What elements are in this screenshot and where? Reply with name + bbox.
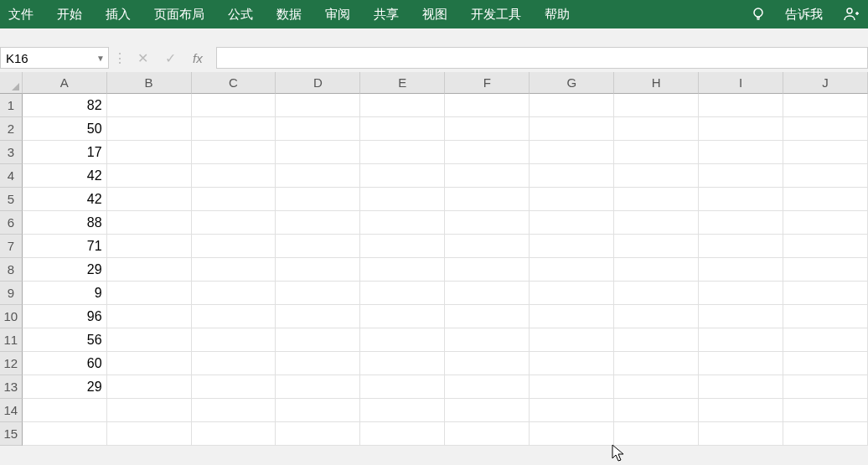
ribbon-tab-home[interactable]: 开始 xyxy=(57,7,82,23)
cell-I5[interactable] xyxy=(699,188,783,211)
enter-icon[interactable]: ✓ xyxy=(165,50,176,66)
cell-D1[interactable] xyxy=(276,94,360,117)
ribbon-tab-formulas[interactable]: 公式 xyxy=(228,7,253,23)
cell-A1[interactable]: 82 xyxy=(23,94,107,117)
cell-H15[interactable] xyxy=(614,422,699,446)
col-head-G[interactable]: G xyxy=(530,72,614,94)
cell-C7[interactable] xyxy=(192,235,276,258)
ribbon-tab-review[interactable]: 审阅 xyxy=(325,7,350,23)
cell-J7[interactable] xyxy=(783,235,868,258)
cell-F10[interactable] xyxy=(445,305,530,328)
cell-G7[interactable] xyxy=(530,235,614,258)
cell-E11[interactable] xyxy=(360,328,445,352)
cell-H10[interactable] xyxy=(614,305,699,328)
ribbon-tab-view[interactable]: 视图 xyxy=(422,7,447,23)
cell-E3[interactable] xyxy=(360,141,445,164)
row-head-6[interactable]: 6 xyxy=(0,211,23,235)
ribbon-tab-pagelayout[interactable]: 页面布局 xyxy=(154,7,204,23)
cell-G3[interactable] xyxy=(530,141,614,164)
cell-B4[interactable] xyxy=(107,164,192,188)
row-head-11[interactable]: 11 xyxy=(0,328,23,352)
cell-B13[interactable] xyxy=(107,375,192,399)
cell-B6[interactable] xyxy=(107,211,192,235)
ribbon-tab-data[interactable]: 数据 xyxy=(276,7,302,23)
cell-H6[interactable] xyxy=(614,211,699,235)
cell-F9[interactable] xyxy=(445,282,530,305)
cell-C2[interactable] xyxy=(192,117,276,141)
cell-B12[interactable] xyxy=(107,352,192,375)
cell-G4[interactable] xyxy=(530,164,614,188)
cell-G12[interactable] xyxy=(530,352,614,375)
cell-F14[interactable] xyxy=(445,399,530,422)
cell-E4[interactable] xyxy=(360,164,445,188)
cell-F11[interactable] xyxy=(445,328,530,352)
cell-G13[interactable] xyxy=(530,375,614,399)
cell-D5[interactable] xyxy=(276,188,360,211)
cell-D14[interactable] xyxy=(276,399,360,422)
cell-B7[interactable] xyxy=(107,235,192,258)
cell-H14[interactable] xyxy=(614,399,699,422)
cell-G15[interactable] xyxy=(530,422,614,446)
row-head-15[interactable]: 15 xyxy=(0,422,23,446)
cell-C5[interactable] xyxy=(192,188,276,211)
ribbon-tab-insert[interactable]: 插入 xyxy=(106,7,131,23)
cell-C10[interactable] xyxy=(192,305,276,328)
cell-A9[interactable]: 9 xyxy=(23,282,107,305)
row-head-13[interactable]: 13 xyxy=(0,375,23,399)
ribbon-tab-share[interactable]: 共享 xyxy=(374,7,399,23)
tell-me[interactable]: 告诉我 xyxy=(785,7,823,23)
ribbon-tab-file[interactable]: 文件 xyxy=(8,7,34,23)
cell-E13[interactable] xyxy=(360,375,445,399)
cell-I14[interactable] xyxy=(699,399,783,422)
cell-J11[interactable] xyxy=(783,328,868,352)
cell-E14[interactable] xyxy=(360,399,445,422)
cell-D13[interactable] xyxy=(276,375,360,399)
select-all-corner[interactable] xyxy=(0,72,23,94)
cell-B2[interactable] xyxy=(107,117,192,141)
cell-G14[interactable] xyxy=(530,399,614,422)
cell-I15[interactable] xyxy=(699,422,783,446)
name-box[interactable]: K16 ▼ xyxy=(0,47,109,69)
cell-J4[interactable] xyxy=(783,164,868,188)
cell-J6[interactable] xyxy=(783,211,868,235)
cell-B1[interactable] xyxy=(107,94,192,117)
cell-C3[interactable] xyxy=(192,141,276,164)
cell-F5[interactable] xyxy=(445,188,530,211)
cell-D11[interactable] xyxy=(276,328,360,352)
cell-I13[interactable] xyxy=(699,375,783,399)
cell-D8[interactable] xyxy=(276,258,360,282)
cell-H7[interactable] xyxy=(614,235,699,258)
cell-C15[interactable] xyxy=(192,422,276,446)
chevron-down-icon[interactable]: ▼ xyxy=(93,54,108,63)
cell-H8[interactable] xyxy=(614,258,699,282)
cell-J3[interactable] xyxy=(783,141,868,164)
ribbon-tab-help[interactable]: 帮助 xyxy=(545,7,570,23)
cell-I12[interactable] xyxy=(699,352,783,375)
cell-F7[interactable] xyxy=(445,235,530,258)
cell-C6[interactable] xyxy=(192,211,276,235)
cell-J2[interactable] xyxy=(783,117,868,141)
cell-C13[interactable] xyxy=(192,375,276,399)
row-head-3[interactable]: 3 xyxy=(0,141,23,164)
cell-I9[interactable] xyxy=(699,282,783,305)
cell-B11[interactable] xyxy=(107,328,192,352)
cell-J10[interactable] xyxy=(783,305,868,328)
cell-D9[interactable] xyxy=(276,282,360,305)
cell-A14[interactable] xyxy=(23,399,107,422)
cell-D7[interactable] xyxy=(276,235,360,258)
cell-I6[interactable] xyxy=(699,211,783,235)
col-head-E[interactable]: E xyxy=(360,72,445,94)
cell-D15[interactable] xyxy=(276,422,360,446)
row-head-14[interactable]: 14 xyxy=(0,399,23,422)
cell-H3[interactable] xyxy=(614,141,699,164)
cell-G5[interactable] xyxy=(530,188,614,211)
cell-H4[interactable] xyxy=(614,164,699,188)
cell-J15[interactable] xyxy=(783,422,868,446)
cell-F13[interactable] xyxy=(445,375,530,399)
cell-F8[interactable] xyxy=(445,258,530,282)
cell-H5[interactable] xyxy=(614,188,699,211)
cell-I11[interactable] xyxy=(699,328,783,352)
cell-E6[interactable] xyxy=(360,211,445,235)
cell-A11[interactable]: 56 xyxy=(23,328,107,352)
cell-D6[interactable] xyxy=(276,211,360,235)
